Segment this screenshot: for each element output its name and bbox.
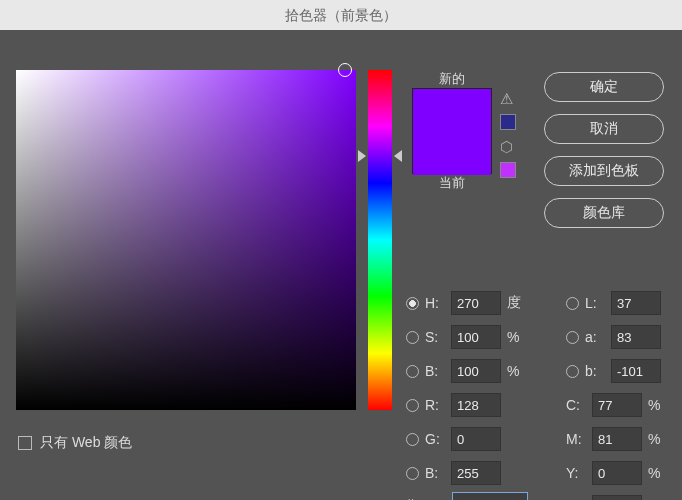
bl-label: B: [425, 465, 451, 481]
b-input[interactable] [451, 359, 501, 383]
y-input[interactable] [592, 461, 642, 485]
l-label: L: [585, 295, 611, 311]
gamut-warning-icon[interactable]: ⚠ [500, 90, 516, 106]
l-input[interactable] [611, 291, 661, 315]
g-label: G: [425, 431, 451, 447]
m-unit: % [648, 431, 662, 447]
b-label: B: [425, 363, 451, 379]
websafe-warning-swatch[interactable] [500, 162, 516, 178]
ok-button[interactable]: 确定 [544, 72, 664, 102]
hash-label: # [406, 496, 452, 500]
lab-b-radio[interactable] [566, 365, 579, 378]
web-only-row: 只有 Web 颜色 [18, 434, 132, 452]
current-color-swatch[interactable] [413, 145, 491, 175]
saturation-brightness-field[interactable] [16, 70, 356, 410]
web-only-checkbox[interactable] [18, 436, 32, 450]
c-label: C: [566, 397, 592, 413]
h-input[interactable] [451, 291, 501, 315]
c-unit: % [648, 397, 662, 413]
k-input[interactable] [592, 495, 642, 500]
gamut-warning-swatch[interactable] [500, 114, 516, 130]
cancel-button[interactable]: 取消 [544, 114, 664, 144]
button-column: 确定 取消 添加到色板 颜色库 [544, 72, 664, 240]
websafe-warning-icon[interactable]: ⬡ [500, 138, 516, 154]
title-bar: 拾色器（前景色） [0, 0, 682, 30]
y-unit: % [648, 465, 662, 481]
g-radio[interactable] [406, 433, 419, 446]
l-radio[interactable] [566, 297, 579, 310]
s-label: S: [425, 329, 451, 345]
c-input[interactable] [592, 393, 642, 417]
a-radio[interactable] [566, 331, 579, 344]
warning-column: ⚠ ⬡ [500, 90, 516, 186]
hue-arrow-left-icon [358, 150, 366, 162]
h-label: H: [425, 295, 451, 311]
new-color-swatch[interactable] [413, 89, 491, 145]
dialog-body: 新的 当前 ⚠ ⬡ 确定 取消 添加到色板 颜色库 H:度 S:% B:% R:… [0, 30, 682, 500]
color-libraries-button[interactable]: 颜色库 [544, 198, 664, 228]
s-unit: % [507, 329, 521, 345]
new-color-label: 新的 [412, 70, 492, 88]
hex-input[interactable] [452, 492, 528, 500]
lab-b-input[interactable] [611, 359, 661, 383]
sb-cursor[interactable] [338, 63, 352, 77]
bl-radio[interactable] [406, 467, 419, 480]
a-label: a: [585, 329, 611, 345]
m-input[interactable] [592, 427, 642, 451]
a-input[interactable] [611, 325, 661, 349]
h-radio[interactable] [406, 297, 419, 310]
hex-row: # [406, 492, 528, 500]
window-title: 拾色器（前景色） [285, 7, 397, 23]
g-input[interactable] [451, 427, 501, 451]
r-radio[interactable] [406, 399, 419, 412]
m-label: M: [566, 431, 592, 447]
h-unit: 度 [507, 294, 521, 312]
current-color-label: 当前 [412, 174, 492, 192]
hue-slider[interactable] [368, 70, 392, 410]
b-unit: % [507, 363, 521, 379]
web-only-label: 只有 Web 颜色 [40, 434, 132, 452]
s-radio[interactable] [406, 331, 419, 344]
bl-input[interactable] [451, 461, 501, 485]
lab-b-label: b: [585, 363, 611, 379]
b-radio[interactable] [406, 365, 419, 378]
r-label: R: [425, 397, 451, 413]
hue-arrow-right-icon [394, 150, 402, 162]
s-input[interactable] [451, 325, 501, 349]
swatch-box [412, 88, 492, 174]
r-input[interactable] [451, 393, 501, 417]
add-to-swatches-button[interactable]: 添加到色板 [544, 156, 664, 186]
y-label: Y: [566, 465, 592, 481]
